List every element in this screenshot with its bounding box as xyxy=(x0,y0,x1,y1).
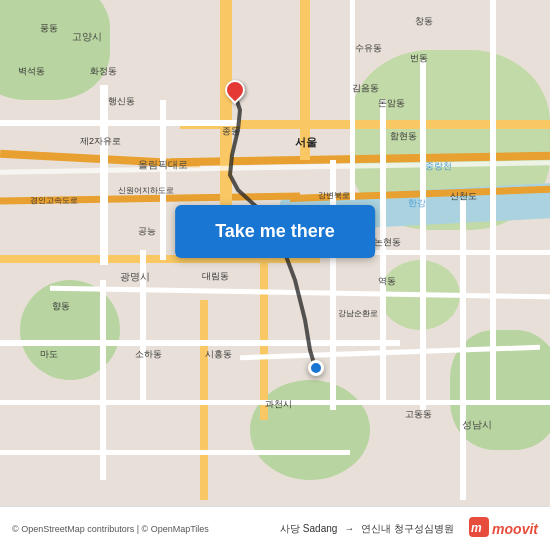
route-from: 사당 Sadang xyxy=(280,522,337,536)
bottom-bar: © OpenStreetMap contributors | © OpenMap… xyxy=(0,506,550,550)
attribution-text: © OpenStreetMap contributors | © OpenMap… xyxy=(12,524,209,534)
start-marker xyxy=(225,80,245,108)
end-marker xyxy=(308,360,324,376)
map-container: 풍동 고양시 창동 벽석동 화정동 수유동 번동 행신동 김음동 제2자유로 돈… xyxy=(0,0,550,550)
moovit-icon-svg: m xyxy=(469,517,489,537)
route-arrow: → xyxy=(344,523,354,534)
take-me-there-button[interactable]: Take me there xyxy=(175,205,375,258)
moovit-brand: m xyxy=(469,517,489,541)
route-to: 연신내 청구성심병원 xyxy=(361,522,454,536)
svg-text:m: m xyxy=(471,521,482,535)
moovit-logo: 사당 Sadang → 연신내 청구성심병원 m moovit xyxy=(280,517,538,541)
moovit-text: moovit xyxy=(492,521,538,537)
end-dot xyxy=(308,360,324,376)
start-pin xyxy=(221,76,249,104)
